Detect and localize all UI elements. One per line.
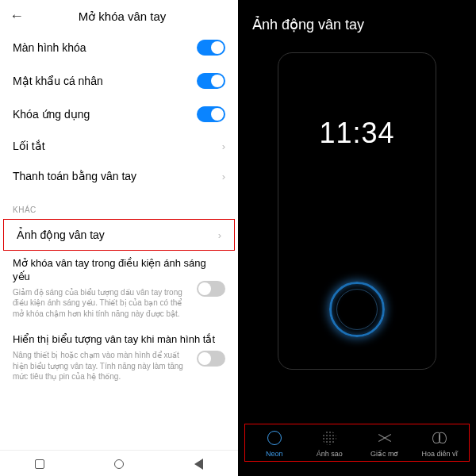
clock-text: 11:34: [278, 117, 436, 150]
row-password[interactable]: Mật khẩu cá nhân: [0, 64, 238, 98]
toggle-lockscreen[interactable]: [197, 40, 225, 56]
row-fingerprint-animation[interactable]: Ảnh động vân tay ›: [3, 219, 235, 251]
page-title: Ảnh động vân tay: [238, 0, 476, 44]
effect-butterfly[interactable]: Hoa diên vĩ: [416, 429, 463, 458]
home-icon[interactable]: [114, 459, 124, 469]
row-title: Hiển thị biểu tượng vân tay khi màn hình…: [13, 333, 225, 347]
effect-neon[interactable]: Neon: [251, 429, 298, 458]
header: ← Mở khóa vân tay: [0, 0, 238, 31]
animation-preview-panel: Ảnh động vân tay 11:34 Neon Ánh sao Giấc…: [238, 0, 476, 476]
neon-icon: [266, 429, 283, 447]
chevron-right-icon: ›: [222, 140, 225, 152]
row-payment[interactable]: Thanh toán bằng vân tay ›: [0, 161, 238, 191]
row-desc: Giảm độ sáng của biểu tượng dấu vân tay …: [13, 287, 225, 320]
butterfly-icon: [431, 429, 448, 447]
row-applock[interactable]: Khóa ứng dụng: [0, 98, 238, 131]
effect-dream[interactable]: Giấc mơ: [361, 429, 409, 458]
star-icon: [321, 429, 338, 447]
chevron-right-icon: ›: [218, 229, 221, 241]
toggle-lowlight[interactable]: [197, 281, 225, 297]
toggle-password[interactable]: [197, 73, 225, 89]
recents-icon[interactable]: [35, 459, 44, 469]
row-desc: Nâng thiết bị hoặc chạm vào màn hình để …: [13, 350, 225, 382]
effect-label: Neon: [266, 450, 283, 458]
chevron-right-icon: ›: [222, 171, 225, 182]
back-nav-icon[interactable]: [194, 459, 203, 470]
effect-star[interactable]: Ánh sao: [305, 429, 353, 458]
fingerprint-ring-icon: [329, 282, 385, 337]
row-label: Thanh toán bằng vân tay: [13, 170, 136, 182]
phone-frame: 11:34: [278, 52, 436, 370]
section-other: KHÁC: [0, 191, 238, 219]
effect-label: Hoa diên vĩ: [421, 450, 458, 458]
row-lockscreen[interactable]: Màn hình khóa: [0, 31, 238, 64]
row-label: Lối tắt: [13, 140, 45, 152]
row-showicon[interactable]: Hiển thị biểu tượng vân tay khi màn hình…: [0, 327, 238, 390]
row-shortcut[interactable]: Lối tắt ›: [0, 131, 238, 161]
toggle-applock[interactable]: [197, 106, 225, 122]
effects-bar: Neon Ánh sao Giấc mơ Hoa diên vĩ: [244, 424, 470, 462]
row-label: Mật khẩu cá nhân: [13, 75, 103, 87]
page-title: Mở khóa vân tay: [16, 10, 228, 24]
row-label: Khóa ứng dụng: [13, 108, 90, 121]
toggle-showicon[interactable]: [197, 351, 225, 367]
phone-preview: 11:34: [238, 44, 476, 419]
settings-panel: ← Mở khóa vân tay Màn hình khóa Mật khẩu…: [0, 0, 238, 476]
android-navbar: [0, 450, 238, 476]
row-label: Ảnh động vân tay: [17, 228, 105, 241]
row-title: Mở khóa vân tay trong điều kiện ánh sáng…: [13, 257, 225, 284]
row-lowlight[interactable]: Mở khóa vân tay trong điều kiện ánh sáng…: [0, 251, 238, 327]
effect-label: Ánh sao: [317, 450, 343, 458]
effect-label: Giấc mơ: [370, 450, 399, 458]
row-label: Màn hình khóa: [13, 41, 86, 54]
dream-icon: [376, 429, 393, 447]
